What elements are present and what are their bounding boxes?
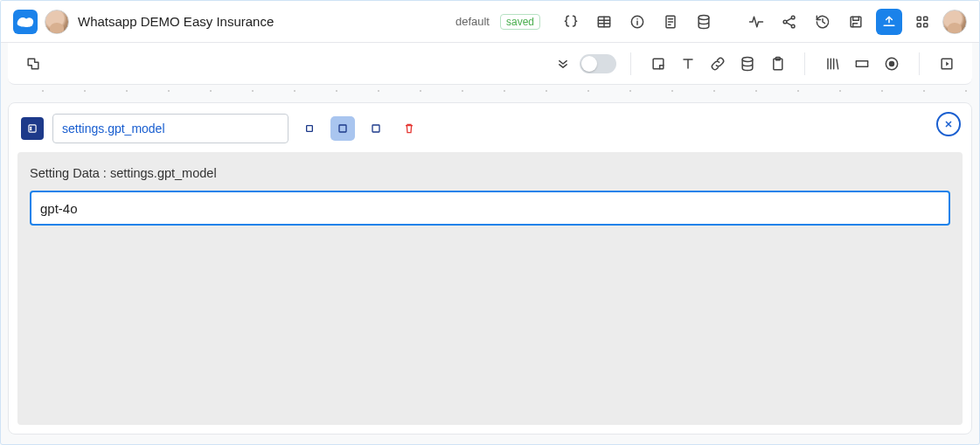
topbar-tools-group-2 [743, 9, 967, 35]
svg-rect-8 [917, 17, 921, 20]
settings-module-icon [21, 117, 44, 140]
svg-rect-12 [653, 59, 664, 69]
node-body-panel: Setting Data : settings.gpt_model [17, 152, 963, 425]
topbar-tools-group-1 [558, 9, 717, 35]
setting-data-label: Setting Data : settings.gpt_model [30, 166, 950, 180]
clipboard-icon[interactable] [764, 51, 790, 77]
divider [630, 52, 631, 75]
svg-point-17 [890, 61, 894, 66]
app-logo-icon[interactable] [13, 10, 38, 34]
divider [804, 52, 805, 75]
table-icon[interactable] [591, 9, 617, 35]
trash-icon[interactable] [397, 116, 421, 141]
database-icon[interactable] [691, 9, 717, 35]
user-avatar[interactable] [942, 10, 967, 34]
svg-point-13 [742, 57, 753, 61]
setting-name-input[interactable] [52, 114, 288, 143]
editor-toolbar [8, 43, 972, 85]
node-header-row [9, 103, 971, 152]
id-card-icon[interactable] [657, 9, 684, 35]
database-tool-icon[interactable] [734, 51, 761, 77]
share-icon[interactable] [776, 9, 803, 35]
publish-icon[interactable] [876, 9, 902, 35]
label-prefix: Setting Data : [30, 166, 110, 180]
svg-point-3 [699, 15, 709, 19]
svg-rect-22 [307, 126, 313, 132]
text-icon[interactable] [675, 51, 701, 77]
svg-rect-19 [29, 125, 36, 132]
node-editor-card: Setting Data : settings.gpt_model [8, 102, 972, 435]
run-panel-icon[interactable] [934, 51, 960, 77]
mode-filled-square-icon[interactable] [330, 116, 355, 141]
braces-icon[interactable] [558, 9, 584, 35]
ticket-icon[interactable] [849, 51, 875, 77]
save-icon[interactable] [843, 9, 869, 35]
record-icon[interactable] [879, 51, 905, 77]
link-icon[interactable] [705, 51, 731, 77]
layout-icon[interactable] [20, 51, 46, 77]
svg-rect-9 [924, 17, 928, 20]
owner-avatar[interactable] [45, 10, 69, 34]
label-key: settings.gpt_model [110, 166, 217, 180]
svg-rect-11 [924, 23, 928, 26]
top-header-bar: Whatsapp DEMO Easy Insurance default sav… [1, 1, 979, 43]
environment-label[interactable]: default [455, 15, 490, 28]
divider [919, 52, 920, 75]
saved-status-badge: saved [500, 14, 540, 30]
svg-point-20 [31, 127, 31, 128]
preview-toggle[interactable] [580, 54, 616, 73]
svg-point-21 [31, 129, 31, 130]
activity-icon[interactable] [743, 9, 769, 35]
svg-rect-10 [917, 23, 921, 26]
info-icon[interactable] [624, 9, 650, 35]
double-chevron-down-icon[interactable] [550, 51, 576, 77]
project-title: Whatsapp DEMO Easy Insurance [78, 14, 274, 29]
close-icon[interactable] [936, 112, 961, 136]
collapse-small-icon[interactable] [297, 116, 322, 141]
apps-grid-icon[interactable] [909, 9, 935, 35]
setting-value-input[interactable] [30, 191, 950, 226]
mode-outline-square-icon[interactable] [364, 116, 388, 141]
svg-rect-23 [339, 125, 346, 132]
note-icon[interactable] [645, 51, 671, 77]
library-icon[interactable] [819, 51, 845, 77]
svg-rect-24 [372, 125, 379, 132]
timeline-ruler [8, 85, 972, 97]
history-icon[interactable] [810, 9, 836, 35]
